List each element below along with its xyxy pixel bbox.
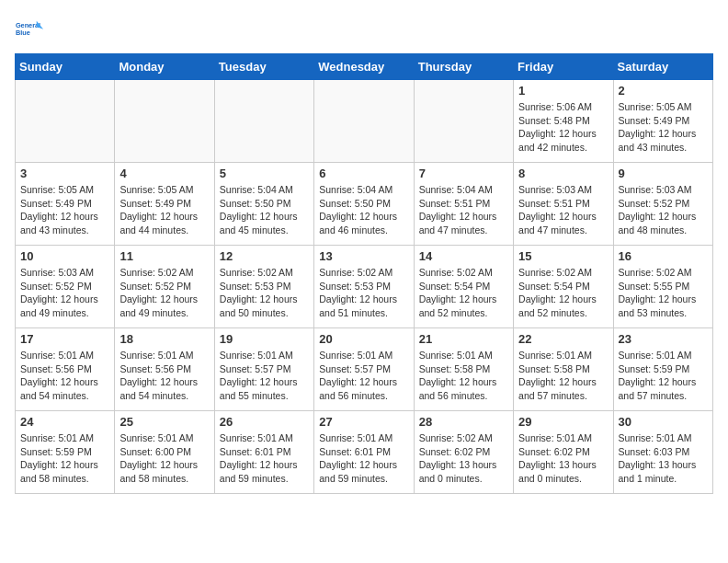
weekday-header-friday: Friday [514, 54, 613, 80]
day-info: Sunrise: 5:05 AMSunset: 5:49 PMDaylight:… [20, 183, 109, 237]
day-info: Sunrise: 5:01 AMSunset: 5:56 PMDaylight:… [20, 349, 109, 403]
day-info: Sunrise: 5:01 AMSunset: 6:00 PMDaylight:… [119, 431, 209, 486]
day-number: 11 [119, 249, 209, 263]
calendar-cell: 11Sunrise: 5:02 AMSunset: 5:52 PMDayligh… [115, 246, 214, 328]
logo-icon: GeneralBlue [15, 15, 44, 44]
calendar-week-5: 24Sunrise: 5:01 AMSunset: 5:59 PMDayligh… [16, 411, 713, 494]
calendar-cell: 8Sunrise: 5:03 AMSunset: 5:51 PMDaylight… [514, 163, 613, 246]
day-number: 15 [518, 249, 608, 263]
day-info: Sunrise: 5:01 AMSunset: 6:01 PMDaylight:… [319, 431, 408, 486]
calendar-week-3: 10Sunrise: 5:03 AMSunset: 5:52 PMDayligh… [16, 246, 713, 328]
day-info: Sunrise: 5:02 AMSunset: 5:55 PMDaylight:… [619, 266, 708, 320]
day-info: Sunrise: 5:03 AMSunset: 5:52 PMDaylight:… [20, 266, 109, 320]
day-info: Sunrise: 5:02 AMSunset: 6:02 PMDaylight:… [419, 431, 508, 486]
calendar-cell: 17Sunrise: 5:01 AMSunset: 5:56 PMDayligh… [16, 328, 115, 411]
day-info: Sunrise: 5:01 AMSunset: 5:57 PMDaylight:… [220, 349, 309, 403]
page-header: GeneralBlue [15, 15, 713, 44]
day-number: 18 [119, 332, 209, 346]
day-number: 23 [619, 332, 708, 346]
calendar-week-4: 17Sunrise: 5:01 AMSunset: 5:56 PMDayligh… [16, 328, 713, 411]
calendar-cell: 10Sunrise: 5:03 AMSunset: 5:52 PMDayligh… [16, 246, 115, 328]
calendar-cell: 20Sunrise: 5:01 AMSunset: 5:57 PMDayligh… [314, 328, 414, 411]
day-info: Sunrise: 5:03 AMSunset: 5:52 PMDaylight:… [619, 183, 708, 237]
day-info: Sunrise: 5:02 AMSunset: 5:52 PMDaylight:… [119, 266, 209, 320]
calendar-cell [414, 80, 513, 163]
calendar-table: SundayMondayTuesdayWednesdayThursdayFrid… [15, 53, 713, 494]
day-info: Sunrise: 5:01 AMSunset: 6:02 PMDaylight:… [518, 431, 608, 486]
calendar-cell: 21Sunrise: 5:01 AMSunset: 5:58 PMDayligh… [414, 328, 513, 411]
day-number: 13 [319, 249, 408, 263]
day-number: 8 [518, 167, 608, 180]
calendar-cell: 7Sunrise: 5:04 AMSunset: 5:51 PMDaylight… [414, 163, 513, 246]
day-number: 29 [518, 415, 608, 429]
day-info: Sunrise: 5:04 AMSunset: 5:51 PMDaylight:… [419, 183, 508, 237]
calendar-cell: 14Sunrise: 5:02 AMSunset: 5:54 PMDayligh… [414, 246, 513, 328]
day-info: Sunrise: 5:02 AMSunset: 5:54 PMDaylight:… [518, 266, 608, 320]
day-info: Sunrise: 5:04 AMSunset: 5:50 PMDaylight:… [220, 183, 309, 237]
calendar-cell: 4Sunrise: 5:05 AMSunset: 5:49 PMDaylight… [115, 163, 214, 246]
calendar-cell: 18Sunrise: 5:01 AMSunset: 5:56 PMDayligh… [115, 328, 214, 411]
calendar-cell: 3Sunrise: 5:05 AMSunset: 5:49 PMDaylight… [16, 163, 115, 246]
day-number: 26 [220, 415, 309, 429]
calendar-cell: 23Sunrise: 5:01 AMSunset: 5:59 PMDayligh… [613, 328, 712, 411]
calendar-week-1: 1Sunrise: 5:06 AMSunset: 5:48 PMDaylight… [16, 80, 713, 163]
day-info: Sunrise: 5:01 AMSunset: 6:01 PMDaylight:… [220, 431, 309, 486]
calendar-cell: 29Sunrise: 5:01 AMSunset: 6:02 PMDayligh… [514, 411, 613, 494]
calendar-cell: 5Sunrise: 5:04 AMSunset: 5:50 PMDaylight… [214, 163, 313, 246]
day-info: Sunrise: 5:01 AMSunset: 5:57 PMDaylight:… [319, 349, 408, 403]
day-info: Sunrise: 5:05 AMSunset: 5:49 PMDaylight:… [619, 100, 708, 155]
day-number: 7 [419, 167, 508, 180]
day-number: 4 [119, 167, 209, 180]
day-number: 20 [319, 332, 408, 346]
weekday-header-monday: Monday [115, 54, 214, 80]
calendar-cell: 24Sunrise: 5:01 AMSunset: 5:59 PMDayligh… [16, 411, 115, 494]
calendar-cell: 26Sunrise: 5:01 AMSunset: 6:01 PMDayligh… [214, 411, 313, 494]
calendar-cell: 28Sunrise: 5:02 AMSunset: 6:02 PMDayligh… [414, 411, 513, 494]
calendar-cell [314, 80, 414, 163]
day-info: Sunrise: 5:01 AMSunset: 5:58 PMDaylight:… [419, 349, 508, 403]
day-info: Sunrise: 5:06 AMSunset: 5:48 PMDaylight:… [518, 100, 608, 155]
day-info: Sunrise: 5:03 AMSunset: 5:51 PMDaylight:… [518, 183, 608, 237]
calendar-cell: 16Sunrise: 5:02 AMSunset: 5:55 PMDayligh… [613, 246, 712, 328]
weekday-header-wednesday: Wednesday [314, 54, 414, 80]
day-number: 1 [518, 84, 608, 98]
day-number: 16 [619, 249, 708, 263]
day-number: 10 [20, 249, 109, 263]
day-number: 17 [20, 332, 109, 346]
calendar-cell: 30Sunrise: 5:01 AMSunset: 6:03 PMDayligh… [613, 411, 712, 494]
calendar-cell: 2Sunrise: 5:05 AMSunset: 5:49 PMDaylight… [613, 80, 712, 163]
day-number: 28 [419, 415, 508, 429]
calendar-cell: 15Sunrise: 5:02 AMSunset: 5:54 PMDayligh… [514, 246, 613, 328]
calendar-cell: 1Sunrise: 5:06 AMSunset: 5:48 PMDaylight… [514, 80, 613, 163]
day-number: 19 [220, 332, 309, 346]
day-info: Sunrise: 5:01 AMSunset: 6:03 PMDaylight:… [619, 431, 708, 486]
day-info: Sunrise: 5:02 AMSunset: 5:54 PMDaylight:… [419, 266, 508, 320]
calendar-cell: 13Sunrise: 5:02 AMSunset: 5:53 PMDayligh… [314, 246, 414, 328]
day-info: Sunrise: 5:01 AMSunset: 5:58 PMDaylight:… [518, 349, 608, 403]
day-info: Sunrise: 5:04 AMSunset: 5:50 PMDaylight:… [319, 183, 408, 237]
day-number: 2 [619, 84, 708, 98]
day-number: 30 [619, 415, 708, 429]
logo: GeneralBlue [15, 15, 44, 44]
calendar-cell: 22Sunrise: 5:01 AMSunset: 5:58 PMDayligh… [514, 328, 613, 411]
day-number: 6 [319, 167, 408, 180]
weekday-header-sunday: Sunday [16, 54, 115, 80]
day-number: 27 [319, 415, 408, 429]
calendar-week-2: 3Sunrise: 5:05 AMSunset: 5:49 PMDaylight… [16, 163, 713, 246]
calendar-cell: 27Sunrise: 5:01 AMSunset: 6:01 PMDayligh… [314, 411, 414, 494]
calendar-cell: 19Sunrise: 5:01 AMSunset: 5:57 PMDayligh… [214, 328, 313, 411]
weekday-header-thursday: Thursday [414, 54, 513, 80]
day-number: 21 [419, 332, 508, 346]
day-number: 9 [619, 167, 708, 180]
calendar-cell [115, 80, 214, 163]
day-info: Sunrise: 5:01 AMSunset: 5:59 PMDaylight:… [20, 431, 109, 486]
calendar-cell: 6Sunrise: 5:04 AMSunset: 5:50 PMDaylight… [314, 163, 414, 246]
calendar-cell [16, 80, 115, 163]
calendar-cell: 12Sunrise: 5:02 AMSunset: 5:53 PMDayligh… [214, 246, 313, 328]
day-number: 14 [419, 249, 508, 263]
day-info: Sunrise: 5:02 AMSunset: 5:53 PMDaylight:… [319, 266, 408, 320]
calendar-cell: 25Sunrise: 5:01 AMSunset: 6:00 PMDayligh… [115, 411, 214, 494]
day-number: 12 [220, 249, 309, 263]
weekday-header-saturday: Saturday [613, 54, 712, 80]
day-info: Sunrise: 5:05 AMSunset: 5:49 PMDaylight:… [119, 183, 209, 237]
